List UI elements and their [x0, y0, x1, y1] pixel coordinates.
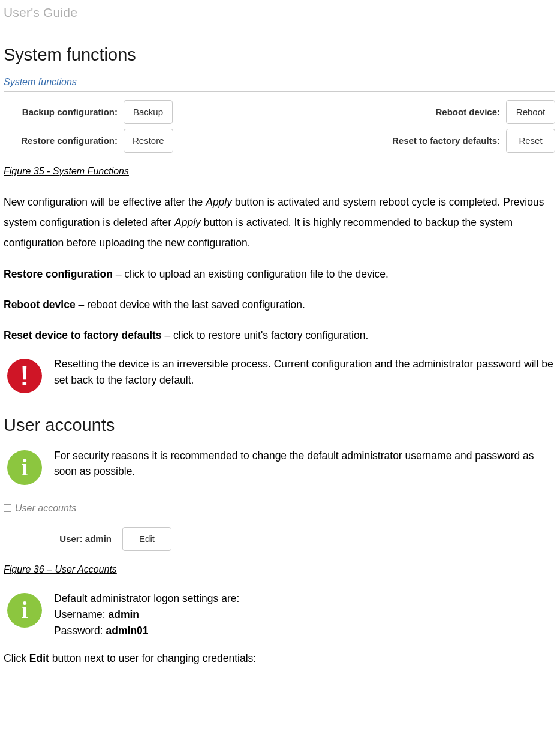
cred-intro: Default administrator logon settings are… — [54, 592, 239, 604]
apply-italic: Apply — [206, 196, 232, 208]
figure-caption: Figure 36 – User Accounts — [4, 562, 555, 577]
term-desc: – reboot device with the last saved conf… — [76, 299, 305, 311]
term-restore: Restore configuration – click to upload … — [4, 264, 555, 284]
reboot-button[interactable]: Reboot — [506, 100, 555, 124]
restore-config-label: Restore configuration: — [4, 134, 124, 148]
backup-button[interactable]: Backup — [124, 100, 173, 124]
term-desc: – click to upload an existing configurat… — [113, 268, 389, 280]
edit-button[interactable]: Edit — [122, 527, 171, 551]
panel-title: System functions — [4, 74, 555, 90]
panel-cell-left: Restore configuration: Restore — [4, 129, 173, 153]
figure-caption: Figure 35 - System Functions — [4, 164, 555, 179]
cred-pass-label: Password: — [54, 625, 106, 637]
term-label: Reboot device — [4, 299, 76, 311]
panel-cell-right: Reset to factory defaults: Reset — [374, 129, 555, 153]
warning-icon — [7, 359, 42, 393]
reset-factory-label: Reset to factory defaults: — [374, 134, 506, 148]
panel-cell-left: Backup configuration: Backup — [4, 100, 173, 124]
panel-row: Restore configuration: Restore Reset to … — [4, 129, 555, 153]
body-paragraph: New configuration will be effective afte… — [4, 192, 555, 253]
term-desc: – click to restore unit's factory config… — [162, 329, 369, 341]
divider — [4, 517, 555, 517]
restore-button[interactable]: Restore — [124, 129, 173, 153]
panel-title-row: − User accounts — [4, 501, 555, 516]
user-row: User: admin Edit — [4, 527, 555, 551]
text: button next to user for changing credent… — [49, 652, 256, 664]
credentials-text: Default administrator logon settings are… — [54, 591, 555, 639]
reboot-device-label: Reboot device: — [374, 105, 506, 119]
edit-bold: Edit — [29, 652, 49, 664]
cred-user-label: Username: — [54, 609, 108, 620]
user-label: User: admin — [4, 532, 122, 546]
user-accounts-panel: − User accounts User: admin Edit — [4, 501, 555, 552]
term-reboot: Reboot device – reboot device with the l… — [4, 295, 555, 315]
divider — [4, 91, 555, 92]
system-functions-panel: System functions Backup configuration: B… — [4, 74, 555, 153]
text: New configuration will be effective afte… — [4, 196, 206, 208]
term-label: Restore configuration — [4, 268, 113, 280]
collapse-icon[interactable]: − — [4, 504, 11, 512]
panel-row: Backup configuration: Backup Reboot devi… — [4, 100, 555, 124]
text: Click — [4, 652, 29, 664]
info-note: For security reasons it is recommended t… — [4, 448, 555, 485]
term-reset: Reset device to factory defaults – click… — [4, 326, 555, 345]
backup-config-label: Backup configuration: — [4, 105, 124, 119]
cred-pass-value: admin01 — [106, 625, 149, 637]
term-label: Reset device to factory defaults — [4, 329, 162, 341]
section-title-user-accounts: User accounts — [4, 411, 555, 439]
apply-italic: Apply — [174, 216, 201, 228]
info-text: For security reasons it is recommended t… — [54, 448, 555, 480]
page-header: User's Guide — [4, 2, 555, 23]
warning-text: Resetting the device is an irreversible … — [54, 356, 555, 388]
section-title-system-functions: System functions — [4, 41, 555, 68]
panel-cell-right: Reboot device: Reboot — [374, 100, 555, 124]
final-instruction: Click Edit button next to user for chang… — [4, 650, 555, 667]
warning-note: Resetting the device is an irreversible … — [4, 356, 555, 393]
info-icon — [7, 593, 42, 628]
panel-title: User accounts — [15, 501, 76, 516]
cred-user-value: admin — [108, 609, 139, 620]
info-icon — [7, 450, 42, 485]
credentials-note: Default administrator logon settings are… — [4, 591, 555, 639]
reset-button[interactable]: Reset — [506, 129, 555, 153]
